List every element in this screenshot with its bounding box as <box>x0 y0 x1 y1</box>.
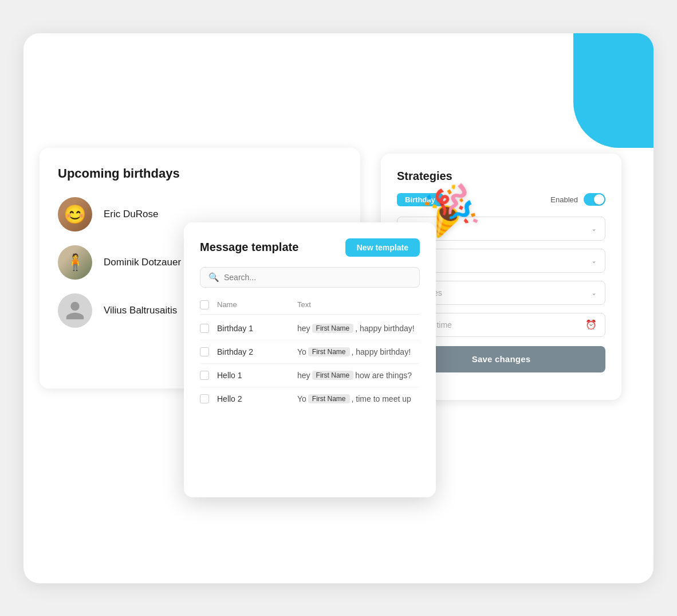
avatar-eric <box>58 197 92 232</box>
first-name-tag-2: First Name <box>312 371 354 380</box>
row-text-0: hey First Name , happy birthday! <box>297 324 420 333</box>
person-name-eric: Eric DuRose <box>104 209 158 220</box>
first-name-tag-1: First Name <box>308 347 350 356</box>
row-text-1: Yo First Name , happy birthday! <box>297 347 420 356</box>
row-text-3: Yo First Name , time to meet up <box>297 394 420 403</box>
template-row-2: Hello 1 hey First Name how are things? <box>200 364 420 387</box>
row-name-1: Birthday 2 <box>217 347 297 356</box>
header-checkbox[interactable] <box>200 300 209 309</box>
stage-chevron-icon: ⌄ <box>591 257 597 265</box>
row-checkbox-1[interactable] <box>200 347 209 356</box>
text-part-3-2: , time to meet up <box>352 394 411 403</box>
enabled-toggle[interactable] <box>584 193 605 206</box>
row-checkbox-3[interactable] <box>200 394 209 403</box>
template-modal: Message template New template 🔍 Name Tex… <box>184 222 436 497</box>
modal-header: Message template New template <box>200 238 420 257</box>
text-part-0-0: hey <box>297 324 310 333</box>
text-part-1-2: , happy birthday! <box>352 347 411 356</box>
new-template-button[interactable]: New template <box>345 238 420 257</box>
clock-icon: ⏰ <box>585 319 597 330</box>
row-text-2: hey First Name how are things? <box>297 371 420 380</box>
user-icon <box>64 300 86 321</box>
funnel-chevron-icon: ⌄ <box>591 225 597 233</box>
modal-title: Message template <box>200 241 298 254</box>
table-header: Name Text <box>200 297 420 315</box>
template-row-3: Hello 2 Yo First Name , time to meet up <box>200 387 420 410</box>
text-part-1-0: Yo <box>297 347 306 356</box>
row-checkbox-0[interactable] <box>200 324 209 333</box>
birthdays-title: Upcoming birthdays <box>58 166 342 181</box>
column-header-name: Name <box>217 300 297 309</box>
row-name-3: Hello 2 <box>217 394 297 403</box>
column-header-text: Text <box>297 300 420 309</box>
strategies-title: Strategies <box>397 170 605 183</box>
search-icon: 🔍 <box>208 272 219 283</box>
template-row-0: Birthday 1 hey First Name , happy birthd… <box>200 317 420 340</box>
template-row-1: Birthday 2 Yo First Name , happy birthda… <box>200 340 420 364</box>
templates-chevron-icon: ⌄ <box>591 289 597 297</box>
person-name-vilius: Vilius Baltrusaitis <box>104 305 177 316</box>
blue-accent-corner <box>573 33 654 148</box>
text-part-0-2: , happy birthday! <box>355 324 415 333</box>
app-wrapper: Upcoming birthdays Eric DuRose Dominik D… <box>23 33 654 583</box>
row-name-2: Hello 1 <box>217 371 297 380</box>
first-name-tag-0: First Name <box>312 324 354 333</box>
first-name-tag-3: First Name <box>308 394 350 403</box>
person-name-dominik: Dominik Dotzauer <box>104 257 181 268</box>
search-input[interactable] <box>224 273 411 282</box>
text-part-2-0: hey <box>297 371 310 380</box>
text-part-2-2: how are things? <box>355 371 412 380</box>
enabled-label: Enabled <box>550 195 578 204</box>
search-bar: 🔍 <box>200 267 420 288</box>
text-part-3-0: Yo <box>297 394 306 403</box>
avatar-dominik <box>58 245 92 280</box>
template-table: Name Text Birthday 1 hey First Name , ha… <box>200 297 420 410</box>
enabled-row: Enabled <box>550 193 605 206</box>
row-checkbox-2[interactable] <box>200 371 209 380</box>
row-name-0: Birthday 1 <box>217 324 297 333</box>
avatar-vilius <box>58 293 92 328</box>
